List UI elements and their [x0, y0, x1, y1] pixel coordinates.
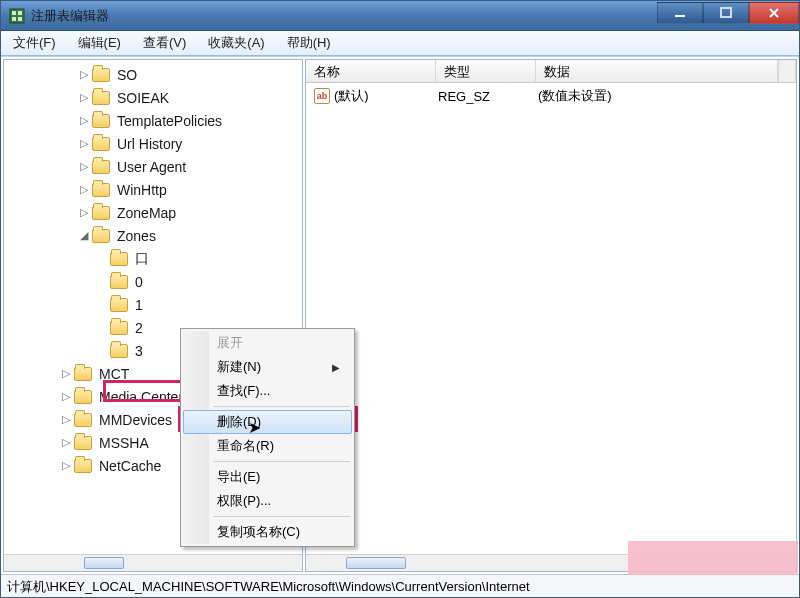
context-menu-new[interactable]: 新建(N)▶	[183, 355, 352, 379]
tree-node[interactable]: ▷TemplatePolicies	[4, 109, 302, 132]
tree-node[interactable]: 0	[4, 270, 302, 293]
maximize-button[interactable]	[703, 2, 749, 24]
menu-help[interactable]: 帮助(H)	[281, 31, 337, 55]
maximize-icon	[720, 7, 732, 19]
folder-icon	[74, 436, 92, 450]
list-vertical-scrollbar[interactable]	[778, 60, 796, 82]
tree-node[interactable]: ▷WinHttp	[4, 178, 302, 201]
cm-label: 新建(N)	[217, 358, 261, 376]
tree-node-label: 0	[132, 273, 146, 291]
expand-icon[interactable]: ▷	[76, 114, 92, 127]
column-header-type[interactable]: 类型	[436, 60, 536, 82]
folder-icon	[110, 252, 128, 266]
folder-icon	[92, 68, 110, 82]
tree-node-label: 2	[132, 319, 146, 337]
column-header-name[interactable]: 名称	[306, 60, 436, 82]
tree-node[interactable]: 1	[4, 293, 302, 316]
scrollbar-thumb[interactable]	[346, 557, 406, 569]
titlebar[interactable]: 注册表编辑器	[1, 1, 799, 31]
value-name: (默认)	[334, 87, 438, 105]
context-menu: 展开 新建(N)▶ 查找(F)... 删除(D) 重命名(R) 导出(E) 权限…	[180, 328, 355, 547]
minimize-button[interactable]	[657, 2, 703, 24]
tree-node-label: 3	[132, 342, 146, 360]
close-button[interactable]	[749, 2, 799, 24]
close-icon	[768, 7, 780, 19]
tree-node-label: Media Center	[96, 388, 186, 406]
folder-icon	[110, 344, 128, 358]
svg-rect-5	[675, 15, 685, 17]
folder-icon	[92, 137, 110, 151]
context-menu-rename[interactable]: 重命名(R)	[183, 434, 352, 458]
list-row[interactable]: ab (默认) REG_SZ (数值未设置)	[308, 85, 794, 107]
value-type: REG_SZ	[438, 89, 538, 104]
status-bar: 计算机\HKEY_LOCAL_MACHINE\SOFTWARE\Microsof…	[1, 574, 799, 597]
expand-icon[interactable]: ▷	[58, 436, 74, 449]
column-header-data[interactable]: 数据	[536, 60, 778, 82]
tree-node[interactable]: ▷Url History	[4, 132, 302, 155]
tree-node[interactable]: ▷SOIEAK	[4, 86, 302, 109]
scrollbar-thumb[interactable]	[84, 557, 124, 569]
list-body[interactable]: ab (默认) REG_SZ (数值未设置)	[306, 83, 796, 554]
expand-icon[interactable]: ▷	[58, 390, 74, 403]
submenu-arrow-icon: ▶	[332, 362, 340, 373]
tree-node-label: 1	[132, 296, 146, 314]
collapse-icon[interactable]: ◢	[76, 229, 92, 242]
folder-icon	[110, 298, 128, 312]
menu-edit[interactable]: 编辑(E)	[72, 31, 127, 55]
expand-icon[interactable]: ▷	[58, 459, 74, 472]
folder-icon	[74, 413, 92, 427]
context-menu-expand[interactable]: 展开	[183, 331, 352, 355]
folder-icon	[92, 91, 110, 105]
expand-icon[interactable]: ▷	[76, 183, 92, 196]
tree-node-label: MSSHA	[96, 434, 152, 452]
expand-icon[interactable]: ▷	[76, 68, 92, 81]
tree-node-label: SOIEAK	[114, 89, 172, 107]
context-menu-separator	[213, 406, 350, 407]
tree-node-label: Url History	[114, 135, 185, 153]
expand-icon[interactable]: ▷	[76, 206, 92, 219]
tree-horizontal-scrollbar[interactable]	[4, 554, 302, 571]
folder-icon	[92, 183, 110, 197]
tree-node-label: MMDevices	[96, 411, 175, 429]
window-controls	[657, 1, 799, 30]
context-menu-export[interactable]: 导出(E)	[183, 465, 352, 489]
context-menu-find[interactable]: 查找(F)...	[183, 379, 352, 403]
menu-view[interactable]: 查看(V)	[137, 31, 192, 55]
svg-rect-3	[12, 17, 16, 21]
context-menu-delete[interactable]: 删除(D)	[183, 410, 352, 434]
cm-label: 查找(F)...	[217, 382, 270, 400]
folder-icon	[92, 114, 110, 128]
minimize-icon	[674, 7, 686, 19]
context-menu-copy-key-name[interactable]: 复制项名称(C)	[183, 520, 352, 544]
tree-node-label: Secure Mime Handlers	[114, 60, 262, 61]
value-list-pane: 名称 类型 数据 ab (默认) REG_SZ (数值未设置)	[305, 59, 797, 572]
expand-icon[interactable]: ▷	[58, 413, 74, 426]
context-menu-permissions[interactable]: 权限(P)...	[183, 489, 352, 513]
tree-node-label: ZoneMap	[114, 204, 179, 222]
tree-node[interactable]: 口	[4, 247, 302, 270]
watermark-strip	[628, 541, 798, 575]
tree-node-label: WinHttp	[114, 181, 170, 199]
tree-node[interactable]: ▷SO	[4, 63, 302, 86]
status-path: 计算机\HKEY_LOCAL_MACHINE\SOFTWARE\Microsof…	[7, 579, 530, 594]
tree-node-label: NetCache	[96, 457, 164, 475]
menu-file[interactable]: 文件(F)	[7, 31, 62, 55]
tree-node[interactable]: ▷User Agent	[4, 155, 302, 178]
window-title: 注册表编辑器	[31, 7, 657, 25]
expand-icon[interactable]: ▷	[76, 137, 92, 150]
registry-editor-window: 注册表编辑器 文件(F) 编辑(E) 查看(V) 收藏夹(A) 帮助(H) ▷P…	[0, 0, 800, 598]
menu-favorites[interactable]: 收藏夹(A)	[202, 31, 270, 55]
folder-icon	[92, 229, 110, 243]
tree-node[interactable]: ◢Zones	[4, 224, 302, 247]
expand-icon[interactable]: ▷	[76, 91, 92, 104]
expand-icon[interactable]: ▷	[58, 367, 74, 380]
tree-node-label: SO	[114, 66, 140, 84]
list-header: 名称 类型 数据	[306, 60, 796, 83]
value-data: (数值未设置)	[538, 87, 794, 105]
folder-icon	[110, 275, 128, 289]
folder-icon	[92, 206, 110, 220]
expand-icon[interactable]: ▷	[76, 160, 92, 173]
tree-node[interactable]: ▷ZoneMap	[4, 201, 302, 224]
cm-label: 权限(P)...	[217, 492, 271, 510]
svg-rect-1	[12, 11, 16, 15]
